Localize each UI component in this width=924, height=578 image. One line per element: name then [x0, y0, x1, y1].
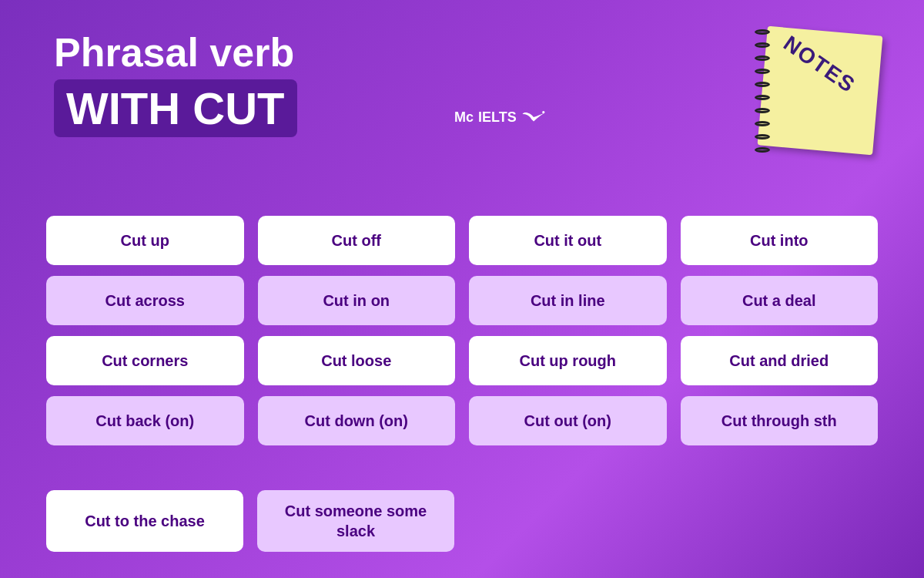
card-cut-up[interactable]: Cut up	[46, 216, 244, 265]
card-cut-someone-slack[interactable]: Cut someone some slack	[257, 490, 454, 552]
notebook-notes-label: NOTES	[778, 31, 860, 98]
card-cut-off[interactable]: Cut off	[258, 216, 456, 265]
spiral-ring	[755, 29, 770, 35]
spiral-ring	[755, 147, 770, 153]
spiral-ring	[755, 42, 770, 48]
card-cut-up-rough[interactable]: Cut up rough	[469, 336, 667, 385]
card-cut-a-deal[interactable]: Cut a deal	[681, 276, 879, 325]
card-cut-down-on[interactable]: Cut down (on)	[258, 396, 456, 445]
card-cut-loose[interactable]: Cut loose	[258, 336, 456, 385]
notebook-paper: NOTES	[758, 26, 883, 155]
spiral-ring	[755, 134, 770, 139]
title-line1: Phrasal verb	[54, 31, 297, 75]
logo-mc: Mc	[454, 109, 474, 126]
card-cut-out-on[interactable]: Cut out (on)	[469, 396, 667, 445]
card-cut-through-sth[interactable]: Cut through sth	[681, 396, 879, 445]
logo-ielts: IELTS	[478, 109, 517, 126]
card-cut-in-line[interactable]: Cut in line	[469, 276, 667, 325]
card-cut-it-out[interactable]: Cut it out	[469, 216, 667, 265]
bottom-row: Cut to the chase Cut someone some slack	[46, 490, 878, 552]
card-cut-into[interactable]: Cut into	[681, 216, 879, 265]
header-section: Phrasal verb WITH CUT	[54, 31, 297, 137]
card-cut-in-on[interactable]: Cut in on	[258, 276, 456, 325]
svg-point-0	[542, 111, 544, 113]
title-line2: WITH CUT	[54, 79, 297, 137]
card-cut-back-on[interactable]: Cut back (on)	[46, 396, 244, 445]
card-cut-corners[interactable]: Cut corners	[46, 336, 244, 385]
spiral-ring	[755, 82, 770, 87]
notebook-decoration: NOTES	[747, 15, 878, 154]
cards-grid: Cut up Cut off Cut it out Cut into Cut a…	[46, 216, 878, 445]
card-cut-and-dried[interactable]: Cut and dried	[681, 336, 879, 385]
mc-ielts-logo: Mc IELTS	[454, 108, 546, 126]
spiral-ring	[755, 55, 770, 61]
card-cut-to-chase[interactable]: Cut to the chase	[46, 490, 243, 552]
spiral-ring	[755, 108, 770, 113]
spiral-ring	[755, 121, 770, 126]
notebook-spiral	[753, 29, 772, 153]
spiral-ring	[755, 95, 770, 100]
card-cut-across[interactable]: Cut across	[46, 276, 244, 325]
bird-icon	[521, 108, 546, 126]
spiral-ring	[755, 69, 770, 74]
